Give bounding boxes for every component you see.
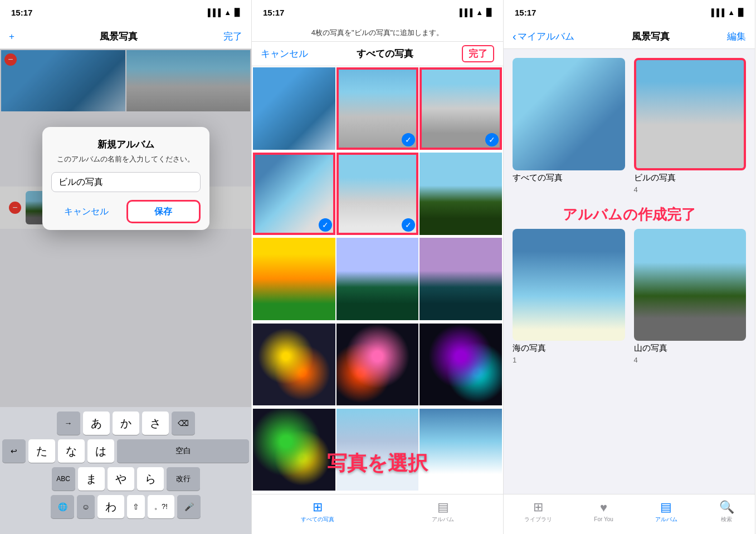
album-thumb-sea[interactable]	[513, 229, 625, 341]
photo-fireworks2-bg	[336, 324, 419, 406]
phone2-status-icons: ▐▐▐ ▲ ▉	[457, 8, 492, 17]
kb-enter-key[interactable]: 改行	[167, 467, 200, 491]
phone2-nav-title: すべての写真	[357, 47, 413, 60]
photo-mountain-bg	[420, 153, 502, 235]
album-count-building: 4	[634, 185, 747, 194]
kb-key-wa[interactable]: わ	[97, 495, 124, 518]
signal-icon: ▐▐▐	[205, 8, 221, 17]
photo-cell-7[interactable]	[253, 238, 335, 320]
photo-cell-2[interactable]: ✓	[336, 67, 419, 150]
phone1-status-icons: ▐▐▐ ▲ ▉	[205, 8, 240, 17]
photo-cell-10[interactable]	[253, 324, 335, 406]
tab-foryou-label: For You	[594, 516, 613, 522]
photo-cell-3[interactable]: ✓	[420, 67, 502, 150]
library-tab-icon: ⊞	[533, 500, 543, 515]
phone3-time: 15:17	[515, 8, 536, 17]
foryou-tab-icon: ♥	[600, 501, 607, 515]
cancel-button[interactable]: キャンセル	[51, 200, 122, 223]
photo-cell-14[interactable]	[336, 409, 419, 491]
kb-undo-key[interactable]: ↩	[2, 439, 26, 463]
phone3-edit-button[interactable]: 編集	[727, 30, 746, 43]
photo-cell-4[interactable]: ✓	[253, 153, 335, 235]
dialog-buttons: キャンセル 保存	[51, 200, 201, 223]
tab-library[interactable]: ⊞ ライブラリ	[524, 500, 552, 523]
kb-row-1: → あ か さ ⌫	[2, 411, 249, 435]
kb-key-ma[interactable]: ま	[78, 467, 105, 491]
albums-bottom-grid: 海の写真 1 山の写真 4	[504, 229, 755, 374]
phone3-nav-title: 風景写真	[632, 30, 670, 43]
kb-globe-key[interactable]: 🌐	[51, 495, 74, 518]
annotation-container: アルバムの作成完了	[504, 203, 755, 229]
photo-fireworks1-bg	[253, 324, 335, 406]
photo-lake-bg	[336, 238, 419, 320]
album-name-all: すべての写真	[513, 173, 625, 183]
phone1-content: − 新規アルバム このアルバムの名前を入力してください。 キャンセル 保存 − …	[0, 49, 251, 407]
kb-key-sa[interactable]: さ	[142, 411, 169, 435]
tab-search[interactable]: 🔍 検索	[719, 500, 734, 523]
photo-cell-8[interactable]	[336, 238, 419, 320]
kb-abc-key[interactable]: ABC	[52, 467, 75, 491]
phone3: 15:17 ▐▐▐ ▲ ▉ ‹ マイアルバム 風景写真 編集 すべての写真 ビル…	[504, 0, 755, 534]
albums-tab-icon: ▤	[437, 500, 449, 515]
back-chevron-icon: ‹	[513, 30, 516, 43]
tab-album-label: アルバム	[655, 516, 677, 523]
phone2: 15:17 ▐▐▐ ▲ ▉ 4枚の写真を"ビルの写真"に追加します。 キャンセル…	[252, 0, 504, 534]
phone2-complete-button[interactable]: 完了	[462, 45, 494, 62]
new-album-dialog: 新規アルバム このアルバムの名前を入力してください。 キャンセル 保存	[42, 127, 209, 230]
album-count-mountain: 4	[634, 356, 747, 364]
phone1-add-button[interactable]: +	[9, 31, 14, 42]
tab-album-main[interactable]: ▤ アルバム	[655, 500, 677, 523]
album-name-building: ビルの写真	[634, 173, 747, 183]
album-thumb-all[interactable]	[513, 58, 625, 170]
phone3-back-button[interactable]: ‹ マイアルバム	[513, 30, 574, 43]
album-count-sea: 1	[513, 356, 625, 364]
album-thumb-mountain2[interactable]	[634, 229, 747, 341]
kb-punct-key[interactable]: 。?!	[148, 495, 174, 518]
kb-key-ka[interactable]: か	[113, 411, 139, 435]
kb-space-key[interactable]: 空白	[117, 439, 249, 463]
photo-cell-6[interactable]	[420, 153, 502, 235]
album-name-input[interactable]	[51, 172, 201, 192]
photo-cell-9[interactable]	[420, 238, 502, 320]
keyboard: → あ か さ ⌫ ↩ た な は 空白 ABC ま や ら 改行 🌐 ☺ わ …	[0, 407, 251, 534]
photo-cell-13[interactable]	[253, 409, 335, 491]
photo-cell-5[interactable]: ✓	[336, 153, 419, 235]
completion-annotation: アルバムの作成完了	[504, 205, 755, 224]
save-button[interactable]: 保存	[126, 200, 201, 223]
album-thumb-building[interactable]	[634, 58, 747, 170]
tab-all-photos[interactable]: ⊞ すべての写真	[301, 500, 334, 523]
photo-clouds2-bg	[420, 409, 502, 491]
tab-albums[interactable]: ▤ アルバム	[432, 500, 454, 523]
photo-cell-12[interactable]	[420, 324, 502, 406]
photo-cell-15[interactable]	[420, 409, 502, 491]
phone1-complete-button[interactable]: 完了	[223, 30, 242, 43]
photo-cell-1[interactable]	[253, 67, 335, 150]
album-name-mountain: 山の写真	[634, 343, 747, 354]
kb-key-ta[interactable]: た	[28, 439, 55, 463]
phone1-nav-title: 風景写真	[100, 30, 138, 43]
tab-albums-label: アルバム	[432, 516, 454, 523]
photo-valley-bg	[420, 238, 502, 320]
tab-foryou[interactable]: ♥ For You	[594, 501, 613, 522]
kb-delete-key[interactable]: ⌫	[172, 411, 195, 435]
phone2-cancel-button[interactable]: キャンセル	[261, 47, 308, 60]
kb-emoji-key[interactable]: ☺	[77, 495, 95, 518]
photos-tab-icon: ⊞	[313, 500, 323, 515]
album-cell-mountain: 山の写真 4	[634, 229, 747, 365]
phone2-info-bar: 4枚の写真を"ビルの写真"に追加します。	[252, 25, 503, 42]
kb-key-ya[interactable]: や	[108, 467, 134, 491]
kb-row-2: ↩ た な は 空白	[2, 439, 249, 463]
kb-key-na[interactable]: な	[58, 439, 85, 463]
photo-selection-grid: ✓ ✓ ✓ ✓	[252, 66, 503, 494]
photo-ocean-bg	[253, 67, 335, 150]
kb-mic-key[interactable]: 🎤	[177, 495, 201, 518]
phone3-nav-bar: ‹ マイアルバム 風景写真 編集	[504, 25, 755, 49]
kb-key-ra[interactable]: ら	[137, 467, 164, 491]
kb-arrow-key[interactable]: →	[57, 411, 80, 435]
kb-key-a[interactable]: あ	[83, 411, 110, 435]
kb-key-ha[interactable]: は	[87, 439, 114, 463]
photo-cell-11[interactable]	[336, 324, 419, 406]
photo-autumn-bg	[253, 238, 335, 320]
checkmark-3: ✓	[319, 218, 332, 232]
kb-shift-key[interactable]: ⇧	[127, 495, 145, 518]
